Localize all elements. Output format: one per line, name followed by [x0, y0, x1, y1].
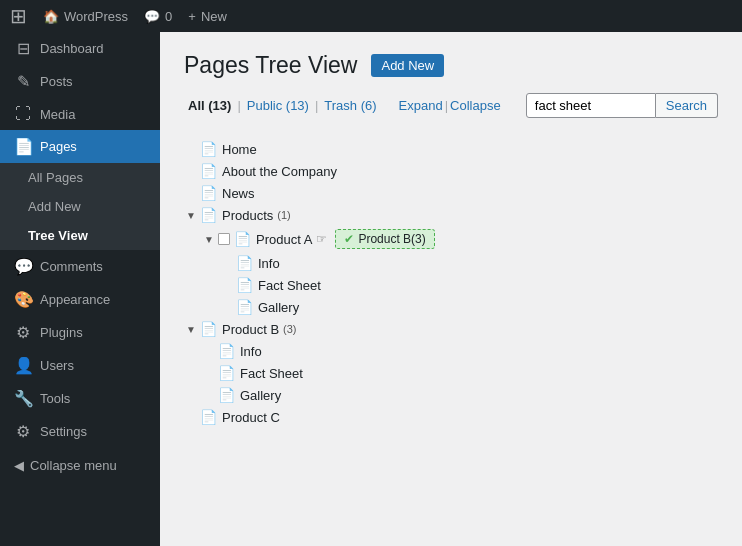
page-icon: 📄: [218, 387, 235, 403]
media-icon: ⛶: [14, 105, 32, 123]
page-icon: 📄: [200, 185, 217, 201]
drop-target-count: (3): [411, 232, 426, 246]
tree-view: 📄 Home 📄 About the Company 📄 News ▼ 📄 Pr…: [184, 134, 718, 432]
collapse-tree-icon-b: ▼: [184, 324, 198, 335]
tree-item-fact-sheet-b[interactable]: 📄 Fact Sheet: [202, 362, 718, 384]
sidebar-item-tools[interactable]: 🔧 Tools: [0, 382, 160, 415]
page-header: Pages Tree View Add New: [184, 52, 718, 79]
site-name[interactable]: 🏠 WordPress: [43, 9, 128, 24]
collapse-menu-button[interactable]: ◀ Collapse menu: [0, 448, 160, 483]
appearance-icon: 🎨: [14, 290, 32, 309]
page-icon: 📄: [234, 231, 251, 247]
tools-icon: 🔧: [14, 389, 32, 408]
filter-trash[interactable]: Trash (6): [320, 96, 380, 115]
search-input[interactable]: [526, 93, 656, 118]
sidebar-item-plugins[interactable]: ⚙ Plugins: [0, 316, 160, 349]
sidebar: ⊟ Dashboard ✎ Posts ⛶ Media 📄 Pages All …: [0, 32, 160, 546]
drag-handle[interactable]: [218, 233, 230, 245]
tree-item-label: Products: [222, 208, 273, 223]
site-home-icon: 🏠: [43, 9, 59, 24]
sidebar-item-users[interactable]: 👤 Users: [0, 349, 160, 382]
settings-icon: ⚙: [14, 422, 32, 441]
sidebar-item-comments[interactable]: 💬 Comments: [0, 250, 160, 283]
dashboard-icon: ⊟: [14, 39, 32, 58]
tree-item-label: News: [222, 186, 255, 201]
tree-item-gallery-b[interactable]: 📄 Gallery: [202, 384, 718, 406]
filter-all[interactable]: All (13): [184, 96, 235, 115]
collapse-link[interactable]: Collapse: [450, 98, 501, 113]
cursor-icon: ☞: [316, 232, 327, 246]
sidebar-item-settings[interactable]: ⚙ Settings: [0, 415, 160, 448]
sidebar-pages-submenu: All Pages Add New Tree View: [0, 163, 160, 250]
sidebar-item-all-pages[interactable]: All Pages: [0, 163, 160, 192]
tree-item-label: Info: [240, 344, 262, 359]
page-icon: 📄: [200, 207, 217, 223]
products-badge: (1): [277, 209, 290, 221]
sidebar-item-dashboard[interactable]: ⊟ Dashboard: [0, 32, 160, 65]
page-title: Pages Tree View: [184, 52, 357, 79]
add-new-button[interactable]: Add New: [371, 54, 444, 77]
wp-logo-icon: ⊞: [10, 4, 27, 28]
tree-item-info-a[interactable]: 📄 Info: [220, 252, 718, 274]
top-bar: ⊞ 🏠 WordPress 💬 0 + New: [0, 0, 742, 32]
page-icon: 📄: [218, 365, 235, 381]
tree-item-product-b[interactable]: ▼ 📄 Product B (3): [184, 318, 718, 340]
page-icon: 📄: [236, 277, 253, 293]
page-icon: 📄: [200, 141, 217, 157]
comments-link[interactable]: 💬 0: [144, 9, 172, 24]
product-b-badge: (3): [283, 323, 296, 335]
tree-item-fact-sheet-a[interactable]: 📄 Fact Sheet: [220, 274, 718, 296]
sidebar-item-posts[interactable]: ✎ Posts: [0, 65, 160, 98]
search-button[interactable]: Search: [656, 93, 718, 118]
tree-item-product-a[interactable]: ▼ 📄 Product A ☞ ✔ Product B (3): [202, 226, 718, 252]
plus-icon: +: [188, 9, 196, 24]
expand-link[interactable]: Expand: [399, 98, 443, 113]
tree-item-label: Product A: [256, 232, 312, 247]
page-icon: 📄: [200, 321, 217, 337]
posts-icon: ✎: [14, 72, 32, 91]
search-area: Search: [526, 93, 718, 118]
collapse-tree-icon-a: ▼: [202, 234, 216, 245]
main-content: Pages Tree View Add New All (13) | Publi…: [160, 32, 742, 546]
filter-public[interactable]: Public (13): [243, 96, 313, 115]
sidebar-item-tree-view[interactable]: Tree View: [0, 221, 160, 250]
page-icon: 📄: [236, 255, 253, 271]
tree-item-about[interactable]: 📄 About the Company: [184, 160, 718, 182]
collapse-icon: ◀: [14, 458, 24, 473]
tree-item-gallery-a[interactable]: 📄 Gallery: [220, 296, 718, 318]
tree-item-label: About the Company: [222, 164, 337, 179]
tree-item-news[interactable]: 📄 News: [184, 182, 718, 204]
filter-links: All (13) | Public (13) | Trash (6) Expan…: [184, 96, 526, 115]
sidebar-item-add-new[interactable]: Add New: [0, 192, 160, 221]
tree-item-label: Fact Sheet: [240, 366, 303, 381]
tree-item-label: Home: [222, 142, 257, 157]
plugins-icon: ⚙: [14, 323, 32, 342]
tree-item-label: Product B: [222, 322, 279, 337]
sidebar-item-media[interactable]: ⛶ Media: [0, 98, 160, 130]
page-icon: 📄: [218, 343, 235, 359]
drop-target-indicator: ✔ Product B (3): [335, 229, 434, 249]
collapse-tree-icon: ▼: [184, 210, 198, 221]
tree-item-label: Gallery: [258, 300, 299, 315]
pages-icon: 📄: [14, 137, 32, 156]
sidebar-item-appearance[interactable]: 🎨 Appearance: [0, 283, 160, 316]
page-icon: 📄: [200, 409, 217, 425]
check-icon: ✔: [344, 232, 354, 246]
tree-item-info-b[interactable]: 📄 Info: [202, 340, 718, 362]
sidebar-item-pages[interactable]: 📄 Pages: [0, 130, 160, 163]
tree-item-label: Gallery: [240, 388, 281, 403]
tree-item-products[interactable]: ▼ 📄 Products (1): [184, 204, 718, 226]
tree-item-label: Product C: [222, 410, 280, 425]
new-menu[interactable]: + New: [188, 9, 227, 24]
tree-item-label: Fact Sheet: [258, 278, 321, 293]
users-icon: 👤: [14, 356, 32, 375]
comments-sidebar-icon: 💬: [14, 257, 32, 276]
drop-target-label: Product B: [358, 232, 411, 246]
filters-bar: All (13) | Public (13) | Trash (6) Expan…: [184, 93, 718, 118]
tree-item-label: Info: [258, 256, 280, 271]
page-icon: 📄: [200, 163, 217, 179]
page-icon: 📄: [236, 299, 253, 315]
tree-item-home[interactable]: 📄 Home: [184, 138, 718, 160]
comments-icon: 💬: [144, 9, 160, 24]
tree-item-product-c[interactable]: 📄 Product C: [184, 406, 718, 428]
